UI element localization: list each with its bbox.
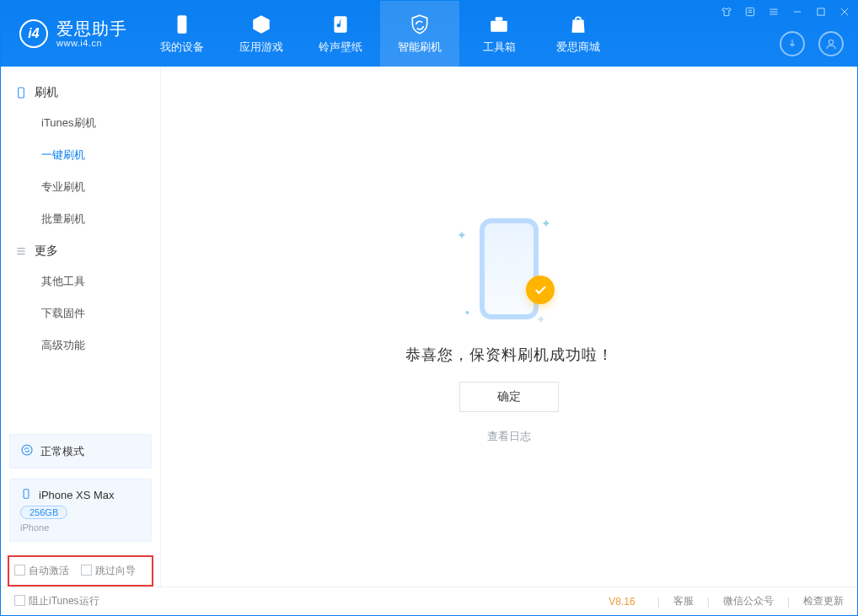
- sidebar-item-pro-flash[interactable]: 专业刷机: [1, 171, 160, 203]
- sparkle-icon: ✦: [457, 228, 467, 242]
- sidebar-section-flash: 刷机: [1, 77, 160, 107]
- block-itunes-checkbox[interactable]: 阻止iTunes运行: [14, 594, 99, 608]
- list-icon[interactable]: [743, 4, 758, 19]
- sidebar-item-batch-flash[interactable]: 批量刷机: [1, 203, 160, 235]
- result-panel: ✦ ✦ • ✦ 恭喜您，保资料刷机成功啦！ 确定 查看日志: [405, 210, 614, 444]
- svg-point-19: [22, 445, 32, 455]
- sparkle-icon: ✦: [541, 217, 551, 230]
- device-icon: [170, 13, 194, 36]
- svg-point-14: [829, 40, 833, 44]
- svg-rect-0: [178, 15, 187, 34]
- sidebar-item-download-firmware[interactable]: 下载固件: [1, 297, 160, 329]
- app-subtitle: www.i4.cn: [56, 38, 127, 48]
- sidebar-item-other-tools[interactable]: 其他工具: [1, 265, 160, 297]
- bag-icon: [566, 13, 590, 36]
- logo-icon: i4: [19, 19, 48, 48]
- highlighted-options: 自动激活 跳过向导: [8, 555, 153, 587]
- shirt-icon[interactable]: [719, 4, 734, 19]
- footer-update-link[interactable]: 检查更新: [803, 594, 844, 608]
- version-label: V8.16: [609, 596, 635, 608]
- nav-smart-flash[interactable]: 智能刷机: [380, 1, 459, 67]
- skip-wizard-checkbox[interactable]: 跳过向导: [81, 564, 136, 578]
- phone-illustration-icon: [480, 218, 539, 319]
- device-capacity: 256GB: [20, 506, 67, 519]
- list-small-icon: [14, 244, 28, 258]
- check-badge-icon: [526, 276, 555, 304]
- svg-rect-15: [19, 88, 24, 98]
- download-button[interactable]: [780, 31, 805, 56]
- cube-icon: [249, 13, 273, 36]
- top-nav: 我的设备 应用游戏 铃声壁纸 智能刷机 工具箱 爱思商城: [142, 1, 618, 67]
- app-window: i4 爱思助手 www.i4.cn 我的设备 应用游戏 铃声壁纸 智能刷机: [0, 0, 858, 616]
- music-note-icon: [329, 13, 352, 36]
- device-card[interactable]: iPhone XS Max 256GB iPhone: [9, 479, 152, 542]
- svg-rect-2: [491, 21, 507, 32]
- result-title: 恭喜您，保资料刷机成功啦！: [405, 345, 614, 365]
- sidebar-item-advanced[interactable]: 高级功能: [1, 329, 160, 362]
- device-type: iPhone: [20, 522, 49, 533]
- maximize-icon[interactable]: [813, 4, 829, 19]
- device-name: iPhone XS Max: [39, 489, 115, 501]
- footer-support-link[interactable]: 客服: [673, 594, 694, 608]
- user-button[interactable]: [818, 31, 844, 56]
- mode-card[interactable]: 正常模式: [9, 434, 152, 469]
- sidebar-item-oneclick-flash[interactable]: 一键刷机: [1, 139, 160, 171]
- auto-activate-checkbox[interactable]: 自动激活: [14, 564, 69, 578]
- footer: 阻止iTunes运行 V8.16 | 客服 | 微信公众号 | 检查更新: [1, 587, 857, 615]
- main-content: ✦ ✦ • ✦ 恭喜您，保资料刷机成功啦！ 确定 查看日志: [161, 67, 857, 587]
- logo[interactable]: i4 爱思助手 www.i4.cn: [1, 1, 142, 67]
- svg-rect-20: [24, 490, 29, 499]
- minimize-icon[interactable]: [790, 4, 805, 19]
- refresh-shield-icon: [408, 13, 432, 36]
- menu-icon[interactable]: [766, 4, 781, 19]
- sidebar-section-more: 更多: [1, 235, 160, 265]
- nav-toolbox[interactable]: 工具箱: [459, 1, 539, 67]
- toolbox-icon: [487, 13, 511, 36]
- ok-button[interactable]: 确定: [459, 382, 559, 412]
- sparkle-icon: ✦: [536, 313, 546, 326]
- nav-my-device[interactable]: 我的设备: [142, 1, 222, 67]
- body: 刷机 iTunes刷机 一键刷机 专业刷机 批量刷机 更多 其他工具 下载固件 …: [1, 67, 857, 587]
- sparkle-icon: •: [465, 306, 469, 319]
- svg-rect-4: [746, 8, 753, 15]
- success-illustration: ✦ ✦ • ✦: [442, 210, 576, 328]
- view-log-link[interactable]: 查看日志: [487, 429, 531, 444]
- phone-small-icon: [20, 488, 32, 502]
- sidebar: 刷机 iTunes刷机 一键刷机 专业刷机 批量刷机 更多 其他工具 下载固件 …: [1, 67, 161, 587]
- header-actions: [780, 31, 844, 56]
- svg-rect-11: [818, 8, 824, 15]
- phone-icon: [14, 86, 28, 99]
- nav-ringtone-wallpaper[interactable]: 铃声壁纸: [301, 1, 380, 67]
- footer-wechat-link[interactable]: 微信公众号: [723, 594, 774, 608]
- mode-label: 正常模式: [40, 444, 84, 459]
- app-title: 爱思助手: [56, 19, 127, 38]
- window-controls: [719, 4, 852, 19]
- nav-store[interactable]: 爱思商城: [539, 1, 618, 67]
- close-icon[interactable]: [837, 4, 852, 19]
- sidebar-item-itunes-flash[interactable]: iTunes刷机: [1, 107, 160, 139]
- nav-apps-games[interactable]: 应用游戏: [222, 1, 301, 67]
- svg-rect-3: [496, 17, 503, 20]
- sync-icon: [20, 443, 34, 459]
- header: i4 爱思助手 www.i4.cn 我的设备 应用游戏 铃声壁纸 智能刷机: [1, 1, 857, 67]
